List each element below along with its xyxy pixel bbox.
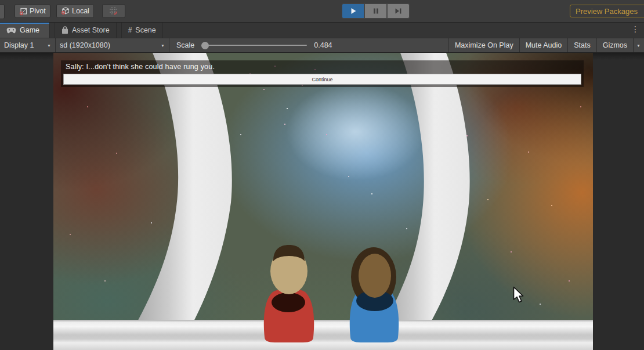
scale-control: Scale 0.484 <box>169 38 332 52</box>
display-select-value: Display 1 <box>4 41 34 49</box>
maximize-on-play-button[interactable]: Maximize On Play <box>448 38 519 52</box>
character-blue <box>350 247 399 342</box>
stats-button[interactable]: Stats <box>567 38 596 52</box>
tab-overflow-menu-icon[interactable]: ⋮ <box>631 25 639 33</box>
gizmos-label: Gizmos <box>603 41 627 49</box>
grid-snap-button[interactable] <box>102 4 125 18</box>
chevron-down-icon: ▼ <box>636 44 641 48</box>
main-toolbar: Pivot Local <box>0 0 644 23</box>
grid-snap-icon <box>109 6 118 16</box>
scene-graphics <box>53 53 593 350</box>
pivot-button-label: Pivot <box>30 7 46 15</box>
resolution-select-value: sd (1920x1080) <box>60 41 110 49</box>
pivot-icon <box>19 7 28 16</box>
cube-icon <box>61 6 70 16</box>
step-icon <box>395 8 402 15</box>
game-stage: Sally: I...don't think she could have ru… <box>0 53 644 350</box>
gizmos-button[interactable]: Gizmos <box>596 38 633 52</box>
character-red <box>264 245 314 342</box>
scene-grid-icon: # <box>128 26 132 34</box>
continue-button[interactable]: Continue <box>63 74 581 85</box>
dialogue-text: Sally: I...don't think she could have ru… <box>66 63 215 71</box>
tab-game[interactable]: Game <box>0 23 50 38</box>
letterbox-left <box>0 53 53 350</box>
resolution-select[interactable]: sd (1920x1080) ▼ <box>56 38 169 52</box>
dialogue-box: Sally: I...don't think she could have ru… <box>61 60 584 87</box>
local-button[interactable]: Local <box>56 4 94 18</box>
gameview-control-bar: Display 1 ▼ sd (1920x1080) ▼ Scale 0.484… <box>0 38 644 53</box>
local-button-label: Local <box>72 7 89 15</box>
floor-ledge <box>53 320 593 350</box>
pivot-button[interactable]: Pivot <box>15 4 50 18</box>
letterbox-right <box>593 53 644 350</box>
preview-packages-button[interactable]: Preview Packages <box>570 5 644 17</box>
gamepad-icon <box>6 27 16 34</box>
mouse-cursor <box>513 286 526 304</box>
chevron-down-icon: ▼ <box>161 44 165 48</box>
continue-button-label: Continue <box>312 77 332 82</box>
tab-asset-store-label: Asset Store <box>72 26 110 34</box>
window-arch-left <box>135 53 232 327</box>
mute-audio-button[interactable]: Mute Audio <box>519 38 568 52</box>
view-tabbar: Game Asset Store # Scene ⋮ <box>0 23 644 38</box>
play-icon <box>350 8 357 15</box>
pause-button[interactable] <box>364 3 387 19</box>
scale-slider-handle[interactable] <box>201 42 209 49</box>
playmode-controls <box>342 3 410 19</box>
tab-game-label: Game <box>20 26 39 34</box>
scale-value: 0.484 <box>314 41 332 49</box>
maximize-on-play-label: Maximize On Play <box>455 41 513 49</box>
tab-asset-store[interactable]: Asset Store <box>55 23 117 38</box>
mute-audio-label: Mute Audio <box>526 41 562 49</box>
tab-scene[interactable]: # Scene <box>121 23 163 38</box>
step-button[interactable] <box>387 3 410 19</box>
shopping-bag-icon <box>61 26 68 34</box>
pause-icon <box>372 8 379 15</box>
play-button[interactable] <box>342 3 364 19</box>
scale-label: Scale <box>176 41 194 49</box>
stats-label: Stats <box>574 41 591 49</box>
display-select[interactable]: Display 1 ▼ <box>0 38 56 52</box>
scale-slider-track[interactable] <box>201 45 307 46</box>
gizmos-dropdown-button[interactable]: ▼ <box>633 38 644 52</box>
unity-editor-window: { "toolbar": { "pivot_label": "Pivot", "… <box>0 0 644 350</box>
partial-toolbar-button[interactable] <box>0 4 5 19</box>
game-viewport: Sally: I...don't think she could have ru… <box>53 53 593 350</box>
tab-scene-label: Scene <box>135 26 155 34</box>
chevron-down-icon: ▼ <box>47 44 51 48</box>
preview-packages-label: Preview Packages <box>576 7 638 16</box>
